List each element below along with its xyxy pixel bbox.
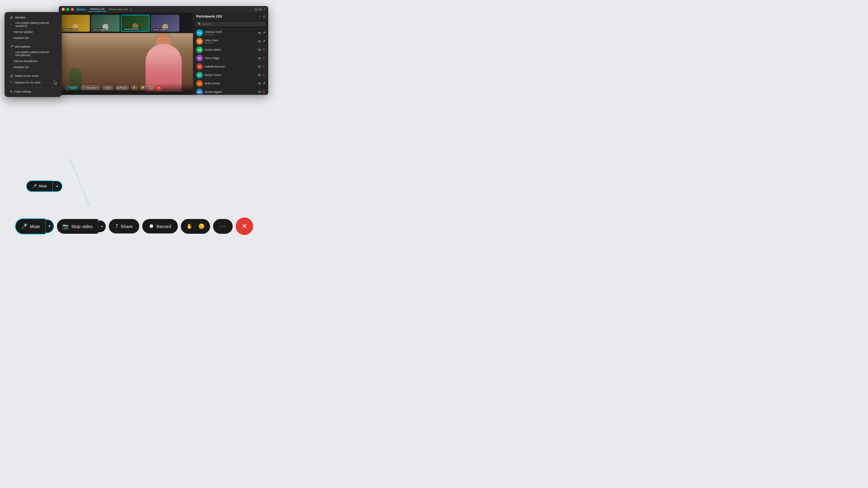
panel-header: Participants (10) ⤢ ✕	[193, 12, 268, 20]
thumbnail-isabelle[interactable]: Isabelle Brennan	[121, 15, 150, 32]
toolbar-camera-icon: 📷	[62, 223, 69, 230]
dropdown-arrow-icon: ▾	[56, 184, 58, 188]
participant-name: Austen Baker	[205, 48, 256, 51]
participant-icons: 📷 🎤	[258, 32, 265, 34]
toolbar-mute-btn[interactable]: 🎤 Mute	[15, 218, 45, 234]
camera-icon: 📷	[258, 82, 261, 85]
headset-100-option[interactable]: Headset 100	[4, 35, 62, 41]
webex-smart-audio-option[interactable]: 🔊 Webex smart audio	[4, 73, 62, 79]
microphone-section-header: 🎤 Microphone	[4, 44, 62, 49]
show-menu-bar-btn[interactable]: Show menu bar	[109, 8, 128, 11]
mic-icon: 🎤	[262, 82, 265, 85]
wave-icon: 〜	[10, 80, 13, 84]
toolbar-more-btn[interactable]: ···	[213, 219, 233, 234]
share-icon: ⤴	[104, 87, 105, 89]
participant-icons: 📷 🎤	[258, 40, 265, 43]
participant-item[interactable]: UP Umar Patel Presenter 📷 🎤	[193, 37, 268, 45]
internal-mic-option[interactable]: Internal microphone	[4, 58, 62, 64]
vc-end-btn[interactable]: ✕	[156, 85, 161, 90]
toolbar-reactions-group: ✋ | 😊	[181, 219, 210, 234]
toolbar-end-call-btn[interactable]: ✕	[236, 218, 253, 235]
participant-item[interactable]: MH Murad Higgins 📷 🚫	[193, 88, 268, 94]
participant-name: Clarissa Smith	[205, 30, 256, 33]
microphone-icon: 🎤	[10, 45, 13, 48]
participant-item[interactable]: AB Austen Baker 📷 🚫	[193, 45, 268, 54]
optimize-voice-option[interactable]: 〜 Optimize for my voice ▾	[4, 79, 62, 86]
vc-more-btn[interactable]: ...	[148, 86, 154, 90]
search-input[interactable]	[203, 23, 261, 26]
use-system-mic-option[interactable]: Use system setting (internal microphone)	[4, 49, 62, 58]
toolbar-mute-arrow[interactable]: ▾	[45, 219, 54, 233]
audio-dropdown: 🔊 Speaker Use system setting (internal s…	[4, 12, 62, 97]
vc-raise-btn[interactable]: ✋	[131, 86, 138, 90]
toolbar-record-btn[interactable]: ⏺ Record	[142, 219, 178, 233]
search-icon: 🔍	[198, 23, 201, 26]
smart-audio-icon: 🔊	[10, 74, 13, 77]
headset-100-mic-option[interactable]: Headset 100	[4, 64, 62, 70]
toolbar-stopvideo-btn[interactable]: 📷 Stop video	[57, 219, 98, 234]
search-input-wrap[interactable]: 🔍 ↕	[195, 22, 266, 27]
participant-name: Sofia Gomez	[205, 82, 256, 85]
camera-icon: 📷	[83, 87, 86, 89]
participant-item[interactable]: SG Sofia Gomez 📷 🎤	[193, 79, 268, 88]
time-display: 12:40	[254, 8, 262, 11]
minimize-btn[interactable]	[62, 8, 65, 11]
thumbnail-henry[interactable]: Henry Riggs	[91, 15, 120, 32]
participant-name: Umar Patel	[205, 39, 256, 42]
mute-main-btn[interactable]: 🎤 Mute	[26, 181, 53, 192]
toolbar-mute-split: 🎤 Mute ▾	[15, 218, 54, 234]
internal-speaker-option[interactable]: Internal speaker	[4, 29, 62, 35]
mouse-cursor	[54, 80, 58, 85]
panel-icons[interactable]: ⤢ ✕	[258, 15, 265, 18]
participant-sub: Presenter	[205, 42, 256, 44]
sort-icon[interactable]: ↕	[262, 23, 264, 26]
vc-share-btn[interactable]: ⤴ Share	[102, 86, 114, 90]
title-bar-right: 12:40 ●	[254, 8, 265, 11]
camera-icon: 📷	[258, 40, 261, 43]
thumbnail-clarissa[interactable]: Clarissa Smith	[61, 15, 90, 32]
status-icon: ●	[264, 8, 265, 11]
thumb-label-isabelle: Isabelle Brennan	[123, 28, 141, 30]
mic-icon: 🎤	[262, 32, 265, 34]
vc-mute-btn[interactable]: 🎤 Mute ▾	[65, 86, 79, 90]
toolbar-stopvideo-arrow[interactable]: ▾	[98, 221, 106, 232]
camera-icon: 📷	[258, 91, 261, 93]
participant-icons: 📷 🚫	[258, 57, 265, 60]
search-bar: 🔍 ↕	[193, 20, 268, 28]
avatar: AB	[196, 46, 203, 53]
camera-icon: 📷	[258, 65, 261, 68]
audio-settings-option[interactable]: ⚙ Audio settings...	[4, 89, 62, 95]
participant-item[interactable]: MT Marise Torres 📷 🚫	[193, 71, 268, 79]
end-icon: ✕	[158, 86, 160, 89]
toolbar-stopvideo-split: 📷 Stop video ▾	[57, 219, 106, 234]
toolbar-record-icon: ⏺	[149, 223, 154, 229]
avatar: MT	[196, 72, 203, 78]
thumb-label-henry: Henry Riggs	[92, 28, 106, 31]
window-controls[interactable]	[62, 8, 74, 11]
divider-2	[4, 71, 62, 72]
toolbar-emoji-icon[interactable]: 😊	[198, 223, 205, 230]
maximize-btn[interactable]	[66, 8, 69, 11]
app-window: Webex Meeting info Show menu bar ▾ 12:40…	[59, 6, 268, 95]
mute-arrow-btn[interactable]: ▾	[53, 181, 62, 192]
panel-expand-icon[interactable]: ⤢	[258, 15, 261, 18]
toolbar-raise-icon[interactable]: ✋	[186, 223, 193, 230]
title-bar-left: Webex Meeting info Show menu bar ▾	[62, 7, 132, 12]
participant-item[interactable]: CS Clarissa Smith Host, me 📷 🎤	[193, 29, 268, 37]
divider-1	[4, 42, 62, 42]
vc-record-btn[interactable]: ⏺ Record	[115, 86, 129, 90]
mic-btn-icon: 🎤	[32, 184, 37, 188]
close-btn[interactable]	[71, 8, 74, 11]
thumb-label-darren: Darren Owens	[152, 28, 167, 31]
participant-sub: Host, me	[205, 33, 256, 36]
meeting-info-tab[interactable]: Meeting info	[88, 7, 107, 12]
record-icon: ⏺	[117, 87, 119, 89]
participant-item[interactable]: HR Henry Riggs 📷 🚫	[193, 54, 268, 62]
vc-emoji-btn[interactable]: 😊	[140, 86, 147, 90]
panel-close-icon[interactable]: ✕	[263, 15, 265, 18]
toolbar-share-btn[interactable]: ⤴ Share	[109, 219, 139, 233]
thumbnail-darren[interactable]: Darren Owens	[151, 15, 179, 32]
use-system-speaker-option[interactable]: Use system setting (internal speakers)	[4, 20, 62, 29]
vc-stopvideo-btn[interactable]: 📷 Stop video ▾	[81, 86, 100, 90]
participant-item[interactable]: IB Isabella Brennan 📷 🚫	[193, 62, 268, 71]
